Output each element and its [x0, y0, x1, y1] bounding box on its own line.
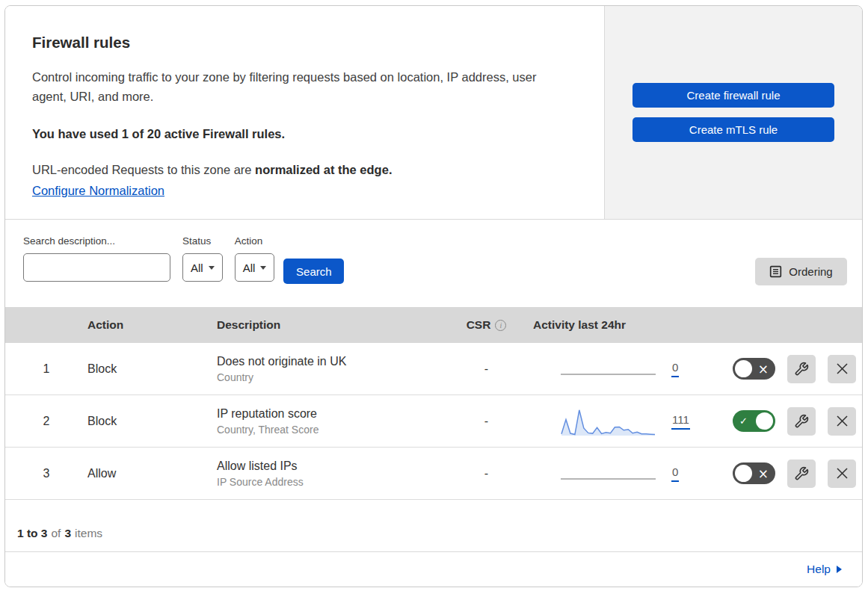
- rule-description-title: Allow listed IPs: [217, 460, 451, 473]
- action-filter: Action All: [235, 235, 275, 307]
- ordering-list-icon: [769, 265, 782, 278]
- create-firewall-rule-button[interactable]: Create firewall rule: [632, 83, 834, 108]
- rule-action: Allow: [87, 467, 217, 480]
- configure-normalization-link[interactable]: Configure Normalization: [32, 184, 164, 198]
- activity-count-link[interactable]: 0: [671, 465, 679, 482]
- normalization-bold: normalized at the edge.: [255, 163, 392, 176]
- search-button[interactable]: Search: [283, 259, 344, 284]
- rule-fields: Country: [217, 371, 451, 383]
- status-selected-value: All: [191, 262, 203, 274]
- toggle-knob: [756, 412, 773, 430]
- toggle-knob: [735, 465, 752, 482]
- activity-sparkline: [561, 353, 656, 386]
- rule-activity: 0: [522, 353, 701, 386]
- rule-description: IP reputation score Country, Threat Scor…: [217, 407, 451, 436]
- table-row: 1 Block Does not originate in UK Country…: [5, 343, 862, 395]
- rule-description-title: IP reputation score: [217, 407, 451, 421]
- page-title: Firewall rules: [32, 34, 559, 52]
- chevron-down-icon: [260, 266, 266, 270]
- rule-priority: 1: [5, 362, 87, 376]
- rule-csr-value: -: [451, 467, 522, 480]
- action-selected-value: All: [243, 262, 256, 274]
- action-label: Action: [235, 235, 275, 247]
- filter-bar: Search description... Status All Action …: [5, 220, 862, 307]
- toggle-state-icon: ×: [758, 465, 769, 480]
- rule-activity: 111: [522, 405, 701, 438]
- rule-priority: 2: [5, 415, 87, 428]
- rule-description: Does not originate in UK Country: [217, 355, 451, 383]
- action-dropdown[interactable]: All: [235, 253, 275, 282]
- rule-description: Allow listed IPs IP Source Address: [217, 460, 451, 488]
- status-label: Status: [182, 235, 223, 247]
- create-mtls-rule-button[interactable]: Create mTLS rule: [632, 117, 834, 142]
- rule-priority: 3: [5, 467, 87, 480]
- arrow-right-icon: [837, 566, 842, 573]
- header-section: Firewall rules Control incoming traffic …: [5, 6, 862, 220]
- column-activity: Activity last 24hr: [522, 318, 701, 332]
- activity-count-link[interactable]: 111: [671, 413, 690, 430]
- column-description: Description: [217, 318, 451, 332]
- column-csr: CSRi: [451, 318, 522, 332]
- activity-sparkline: [561, 457, 656, 490]
- status-toggle[interactable]: ✓: [733, 410, 775, 432]
- column-action: Action: [87, 318, 217, 332]
- rule-csr-value: -: [451, 415, 522, 428]
- help-label: Help: [807, 563, 831, 576]
- header-text-card: Firewall rules Control incoming traffic …: [5, 6, 605, 219]
- rule-controls: ×: [701, 355, 862, 383]
- wrench-icon: [794, 414, 809, 429]
- rule-activity: 0: [522, 457, 701, 490]
- edit-rule-button[interactable]: [787, 407, 816, 436]
- pagination-of: of: [51, 527, 61, 540]
- activity-sparkline: [561, 405, 656, 438]
- ordering-button[interactable]: Ordering: [755, 258, 847, 285]
- pagination-range: 1 to 3: [17, 527, 47, 539]
- search-box[interactable]: [23, 253, 170, 282]
- help-bar: Help: [5, 551, 862, 587]
- delete-rule-button[interactable]: [828, 460, 856, 488]
- x-icon: [835, 414, 849, 428]
- rule-fields: IP Source Address: [217, 476, 451, 488]
- normalization-note: URL-encoded Requests to this zone are no…: [32, 163, 559, 177]
- search-label: Search description...: [23, 235, 170, 247]
- delete-rule-button[interactable]: [828, 407, 856, 436]
- rule-fields: Country, Threat Score: [217, 424, 451, 436]
- edit-rule-button[interactable]: [787, 355, 816, 383]
- pagination-total: 3: [64, 527, 71, 539]
- page-description: Control incoming traffic to your zone by…: [32, 67, 559, 106]
- firewall-rules-panel: Firewall rules Control incoming traffic …: [4, 5, 863, 587]
- table-row: 2 Block IP reputation score Country, Thr…: [5, 395, 862, 448]
- status-dropdown[interactable]: All: [182, 253, 223, 282]
- help-link[interactable]: Help: [807, 563, 842, 576]
- chevron-down-icon: [209, 266, 215, 270]
- status-filter: Status All: [182, 235, 223, 307]
- toggle-state-icon: ✓: [739, 415, 748, 427]
- toggle-knob: [735, 360, 752, 377]
- table-row: 3 Allow Allow listed IPs IP Source Addre…: [5, 448, 862, 500]
- search-input[interactable]: [37, 254, 185, 281]
- actions-panel: Create firewall rule Create mTLS rule: [605, 6, 862, 219]
- rule-description-title: Does not originate in UK: [217, 355, 451, 368]
- wrench-icon: [794, 362, 809, 377]
- table-header: Action Description CSRi Activity last 24…: [5, 307, 862, 343]
- status-toggle[interactable]: ×: [733, 462, 775, 484]
- rule-controls: ×: [701, 460, 862, 488]
- rule-action: Block: [87, 362, 217, 376]
- x-icon: [835, 362, 849, 376]
- pagination-summary: 1 to 3 of 3 items: [5, 500, 862, 551]
- rule-csr-value: -: [451, 362, 522, 376]
- search-filter: Search description...: [23, 235, 170, 307]
- edit-rule-button[interactable]: [787, 460, 816, 488]
- delete-rule-button[interactable]: [828, 355, 856, 383]
- pagination-items: items: [75, 527, 102, 540]
- toggle-state-icon: ×: [758, 361, 769, 376]
- status-toggle[interactable]: ×: [733, 358, 775, 380]
- usage-summary: You have used 1 of 20 active Firewall ru…: [32, 127, 559, 141]
- rule-controls: ✓: [701, 407, 862, 436]
- x-icon: [835, 466, 849, 480]
- normalization-prefix: URL-encoded Requests to this zone are: [32, 163, 255, 176]
- activity-count-link[interactable]: 0: [671, 361, 679, 377]
- info-icon[interactable]: i: [495, 320, 506, 331]
- wrench-icon: [794, 466, 809, 481]
- csr-label: CSR: [467, 318, 491, 332]
